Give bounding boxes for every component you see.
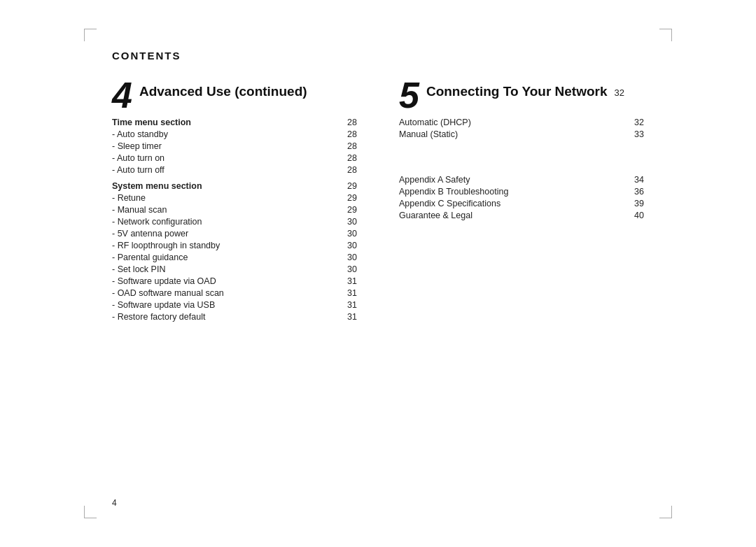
system-menu-page: 29 — [336, 176, 357, 192]
chapter5-title: Connecting To Your Network — [426, 81, 608, 100]
chapter4-number: 4 — [112, 77, 132, 113]
chapter5-toc: Automatic (DHCP) 32 Manual (Static) 33 — [399, 116, 644, 140]
item-label: - Auto turn on — [112, 152, 336, 164]
table-row: - Set lock PIN 30 — [112, 264, 357, 276]
appendix-b-label: Appendix B Troubleshooting — [399, 185, 623, 197]
appendix-a-page: 34 — [623, 173, 644, 185]
item-page: 31 — [336, 287, 357, 299]
item-label: - 5V antenna power — [112, 228, 336, 240]
item-label: - Retune — [112, 192, 336, 204]
appendix-b-page: 36 — [623, 185, 644, 197]
item-label: - Parental guidance — [112, 252, 336, 264]
main-content: 4 Advanced Use (continued) Time menu sec… — [112, 81, 644, 323]
chapter5-number: 5 — [399, 77, 419, 113]
time-menu-page: 28 — [336, 116, 357, 128]
table-row: - Restore factory default 31 — [112, 311, 357, 323]
table-row: - Auto turn off 28 — [112, 164, 357, 176]
item-page: 30 — [336, 264, 357, 276]
item-label: - Manual scan — [112, 204, 336, 216]
static-page: 33 — [623, 128, 644, 140]
system-menu-label: System menu section — [112, 176, 336, 192]
corner-mark-tl — [84, 29, 97, 41]
item-page: 28 — [336, 152, 357, 164]
table-row: - Auto standby 28 — [112, 128, 357, 140]
item-page: 30 — [336, 240, 357, 252]
table-row: Appendix A Safety 34 — [399, 173, 644, 185]
appendix-c-label: Appendix C Specifications — [399, 197, 623, 209]
table-row: Automatic (DHCP) 32 — [399, 116, 644, 128]
item-page: 29 — [336, 204, 357, 216]
time-menu-label: Time menu section — [112, 116, 336, 128]
item-page: 31 — [336, 276, 357, 287]
chapter4-column: 4 Advanced Use (continued) Time menu sec… — [112, 81, 357, 323]
table-row: - Auto turn on 28 — [112, 152, 357, 164]
item-label: - OAD software manual scan — [112, 287, 336, 299]
table-row: Time menu section 28 — [112, 116, 357, 128]
table-row: - Network configuration 30 — [112, 216, 357, 228]
chapter5-title-block: Connecting To Your Network 32 — [426, 81, 624, 100]
footer-page-number: 4 — [112, 498, 117, 508]
appendix-a-label: Appendix A Safety — [399, 173, 623, 185]
chapter5-header: 5 Connecting To Your Network 32 — [399, 81, 644, 113]
item-page: 30 — [336, 252, 357, 264]
table-row: Appendix B Troubleshooting 36 — [399, 185, 644, 197]
item-label: - Software update via OAD — [112, 276, 336, 287]
table-row: Manual (Static) 33 — [399, 128, 644, 140]
corner-mark-tr — [659, 29, 672, 41]
chapter4-header: 4 Advanced Use (continued) — [112, 81, 357, 113]
chapter5-column: 5 Connecting To Your Network 32 Automati… — [399, 81, 644, 323]
item-label: - Restore factory default — [112, 311, 336, 323]
table-row: Appendix C Specifications 39 — [399, 197, 644, 209]
appendix-c-page: 39 — [623, 197, 644, 209]
table-row: - Retune 29 — [112, 192, 357, 204]
guarantee-page: 40 — [623, 209, 644, 221]
item-page: 28 — [336, 128, 357, 140]
table-row: Guarantee & Legal 40 — [399, 209, 644, 221]
contents-heading: CONTENTS — [112, 50, 644, 62]
chapter5-title-line: Connecting To Your Network 32 — [426, 81, 624, 100]
item-label: - Sleep timer — [112, 140, 336, 152]
item-page: 28 — [336, 164, 357, 176]
page: CONTENTS 4 Advanced Use (continued) Time… — [77, 22, 679, 525]
item-label: - RF loopthrough in standby — [112, 240, 336, 252]
guarantee-label: Guarantee & Legal — [399, 209, 623, 221]
software-usb-page: 31 — [336, 299, 357, 311]
corner-mark-br — [659, 506, 672, 518]
item-page: 28 — [336, 140, 357, 152]
chapter4-toc: Time menu section 28 - Auto standby 28 -… — [112, 116, 357, 323]
table-row: - Manual scan 29 — [112, 204, 357, 216]
table-row: - OAD software manual scan 31 — [112, 287, 357, 299]
static-label: Manual (Static) — [399, 128, 623, 140]
table-row: System menu section 29 — [112, 176, 357, 192]
table-row: - RF loopthrough in standby 30 — [112, 240, 357, 252]
item-label: - Network configuration — [112, 216, 336, 228]
table-row: - Sleep timer 28 — [112, 140, 357, 152]
corner-mark-bl — [84, 506, 97, 518]
appendix-toc: Appendix A Safety 34 Appendix B Troubles… — [399, 173, 644, 221]
item-page: 30 — [336, 228, 357, 240]
table-row: - Parental guidance 30 — [112, 252, 357, 264]
software-usb-label: - Software update via USB — [112, 299, 336, 311]
item-page: 30 — [336, 216, 357, 228]
dhcp-page: 32 — [623, 116, 644, 128]
item-label: - Auto turn off — [112, 164, 336, 176]
item-page: 31 — [336, 311, 357, 323]
table-row: - Software update via USB 31 — [112, 299, 357, 311]
chapter5-page: 32 — [615, 87, 624, 98]
item-label: - Auto standby — [112, 128, 336, 140]
table-row: - 5V antenna power 30 — [112, 228, 357, 240]
item-page: 29 — [336, 192, 357, 204]
table-row: - Software update via OAD 31 — [112, 276, 357, 287]
item-label: - Set lock PIN — [112, 264, 336, 276]
chapter4-title: Advanced Use (continued) — [139, 81, 307, 100]
dhcp-label: Automatic (DHCP) — [399, 116, 623, 128]
